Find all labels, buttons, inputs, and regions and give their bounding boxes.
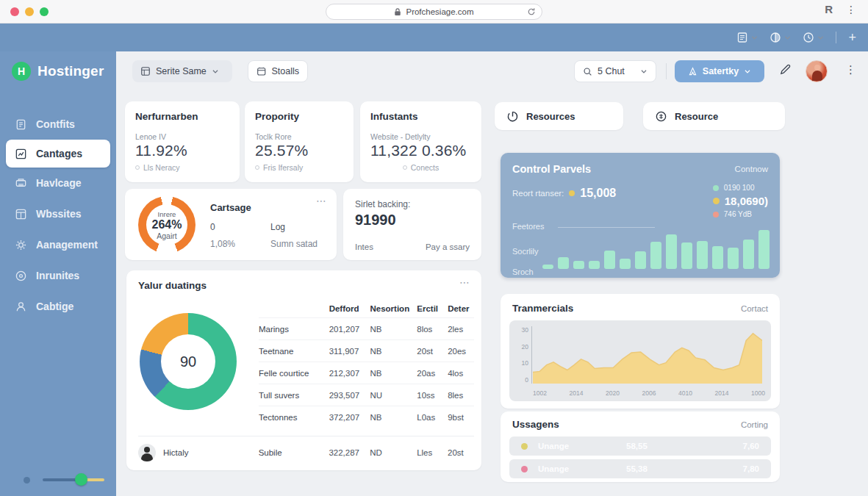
edit-pencil-icon[interactable] [779,63,792,76]
legend-dot [713,212,719,218]
sirlet-card: Sirlet backing: 91990 Intes Pay a ssary [343,189,481,260]
search-box[interactable]: 5 Chut [574,60,656,82]
window-grid-icon [15,208,27,220]
resources-button[interactable]: Resources [495,102,623,130]
add-icon[interactable]: + [848,31,856,44]
sidebar-item-contfits[interactable]: Contfits [0,109,116,140]
bar [697,241,708,269]
sidebar-item-cabtige[interactable]: Cabtige [0,291,116,322]
notes-menu[interactable] [736,32,758,43]
user-avatar[interactable] [806,60,828,82]
resource-button[interactable]: Resource [643,102,785,130]
bullet-icon [135,165,140,170]
minimize-button[interactable] [25,7,34,16]
panel-row-label: Sroch [512,267,534,276]
view-dropdown[interactable]: Serite Same [132,60,232,82]
usage-dot [521,443,528,450]
sidebar-item-aanagement[interactable]: Aanagement [0,229,116,260]
chevron-down-icon [784,35,791,40]
sidebar-item-inrunites[interactable]: Inrunites [0,260,116,291]
bar [573,261,584,269]
bar [620,259,631,269]
panel-legend: 0190 100 18,0690) 746 YdB [713,184,768,221]
sidebar-slider[interactable] [0,472,116,486]
sidebar-item-cantages[interactable]: Cantages [6,140,110,168]
panel-row-label: Feetores [512,222,544,231]
sidebar-item-label: Contfits [36,118,75,130]
table-footer-row: Hictaly Subile 322,287 ND Lles 20st [138,436,474,461]
brand-logo[interactable]: H Hostinger [12,62,104,81]
cortact-link[interactable]: Cortact [741,304,768,313]
sidebar-item-label: Inrunites [36,270,79,281]
table-header: x Defford Nesortion Erctil Deter [259,300,474,317]
table-row: Tull suvers293,507NU10ss8les [259,384,474,406]
pie-outline-icon [506,110,519,123]
chevron-down-icon [751,35,758,40]
chevron-down-icon [744,69,751,74]
slider-dot [24,477,30,484]
calendar-icon [257,66,266,76]
contnow-link[interactable]: Contnow [735,165,768,173]
table-row: Tectonnes372,207NBL0as9bst [259,406,474,428]
reload-icon[interactable] [527,7,536,16]
card-menu-icon[interactable]: ⋯ [459,276,470,288]
sidebar: H Hostinger Contfits Cantages Havlcage W… [0,51,116,496]
disc-icon [15,270,27,282]
ussagens-card: Ussagens Corting Unange 58,55 7,60 Unang… [501,411,780,482]
stoalls-button[interactable]: Stoalls [248,60,308,82]
card-title: Ussagens [512,419,559,430]
sirlet-footnotes: Intes Pay a ssary [355,242,470,251]
chart-box-icon [15,148,27,160]
history-menu[interactable] [803,32,824,43]
x-axis-labels: 1002201420202006401020141000 [533,389,765,397]
table-row: Felle courtice212,307NB20as4los [259,362,474,384]
browser-menu-icon[interactable]: ⋮ [846,4,856,15]
sidebar-item-havlcage[interactable]: Havlcage [0,168,116,198]
card-menu-icon[interactable]: ⋯ [316,195,326,206]
close-button[interactable] [10,7,19,16]
search-value: 5 Chut [598,66,625,76]
chevron-down-icon [212,69,219,74]
corting-link[interactable]: Corting [741,420,768,429]
sidebar-item-wbssites[interactable]: Wbssites [0,198,116,229]
bar [681,242,692,269]
person-icon [688,67,697,76]
stat-note: Lls Neracy [135,163,229,172]
address-bar[interactable]: Profchesiage.com [326,4,542,20]
clock-icon [803,32,814,43]
stat-card-propority: Propority Toclk Rore 25.57% Fris Ifersal… [245,101,354,182]
contrast-menu[interactable] [770,32,791,43]
sidebar-item-label: Cantages [36,148,82,159]
stat-note: Fris Ifersaly [255,163,343,172]
divider [666,63,667,79]
bar [635,251,646,269]
donut-center-value: 90 [140,313,237,410]
sirlet-title: Sirlet backing: [355,199,470,209]
gauge-card: Inrere 264% Agairt Cartsage 0 1,08% . Lo… [125,189,337,260]
gauge-col-2: . Log Sumn satad [270,202,318,249]
sidebar-item-label: Cabtige [36,301,73,312]
card-title: Yalur duatings [138,280,207,291]
stat-card-infustants: Infustants Website - Detlylty 11,322 0.3… [360,101,481,182]
toolbar-menu-icon[interactable]: ⋮ [845,63,856,76]
control-panel: Control Parvels Contnow Reort rtanser: 1… [501,153,780,278]
gauge-center: Inrere 264% Agairt [138,196,196,254]
bar [758,230,770,269]
zoom-button[interactable] [40,7,49,16]
metric-dot [569,190,575,196]
satertky-button[interactable]: Satertky [675,60,764,82]
y-axis-line [531,326,532,384]
chevron-down-icon [817,35,824,40]
stat-value: 11.92% [135,142,229,159]
bar [650,242,661,269]
browser-extension-icon[interactable]: R [825,3,833,15]
sidebar-nav: Contfits Cantages Havlcage Wbssites Aana… [0,109,116,322]
app-top-bar: + [0,24,868,51]
stat-label: Lenoe IV [135,132,229,141]
bar [542,265,553,269]
resources-label: Resources [526,111,575,122]
legend-dot [713,198,720,204]
slider-knob[interactable] [75,473,87,486]
tranmercials-card: Tranmercials Cortact 3020100 10022014202… [501,294,780,409]
bar [666,234,677,269]
